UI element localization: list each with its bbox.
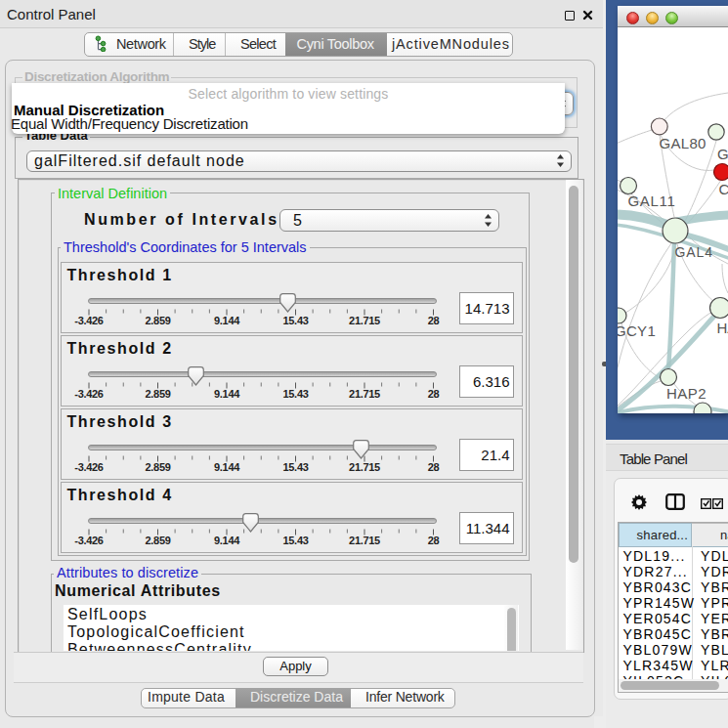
svg-text:GAL80: GAL80 bbox=[660, 135, 707, 151]
svg-text:HA: HA bbox=[717, 320, 728, 336]
svg-text:GAL: GAL bbox=[717, 146, 728, 162]
svg-text:GCY1: GCY1 bbox=[618, 322, 656, 339]
svg-text:GAL11: GAL11 bbox=[628, 193, 676, 209]
svg-text:HAP2: HAP2 bbox=[666, 385, 707, 402]
svg-text:GAL4: GAL4 bbox=[675, 244, 713, 260]
svg-text:CY: CY bbox=[719, 181, 728, 197]
